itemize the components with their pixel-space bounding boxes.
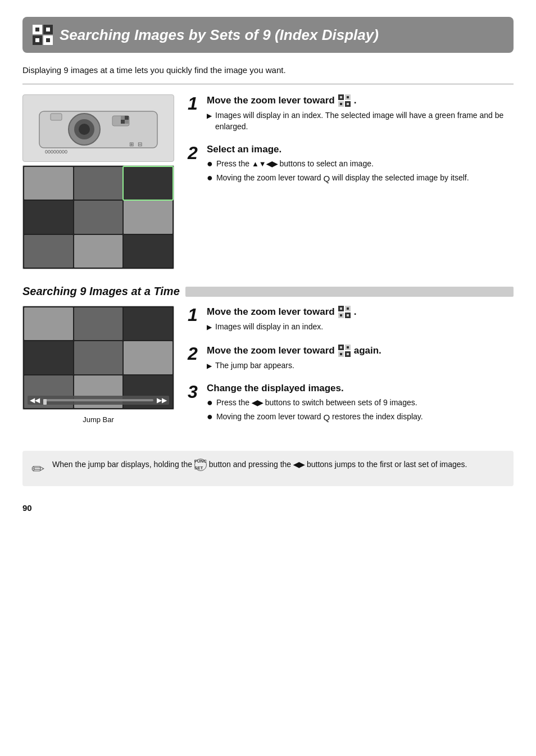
svg-rect-36 (347, 314, 349, 316)
svg-rect-44 (347, 353, 349, 355)
svg-rect-25 (340, 96, 342, 98)
index-grid-image (22, 165, 174, 269)
svg-rect-33 (340, 307, 342, 310)
section2-step2: 2 Move the zoom lever toward again. (188, 345, 514, 374)
s2-step2-number: 2 (188, 345, 201, 374)
jb-cell-2 (74, 307, 123, 340)
step2-bullet1-text: Press the ▲▼◀▶ buttons to select an imag… (216, 159, 374, 170)
svg-rect-18 (125, 120, 129, 124)
s2-step1-title-text: Move the zoom lever toward (207, 306, 335, 318)
svg-rect-35 (340, 314, 342, 316)
step2-content: Select an image. ● Press the ▲▼◀▶ button… (207, 144, 469, 187)
s2-step2-bullet1-text: The jump bar appears. (215, 360, 294, 372)
section1-step2: 2 Select an image. ● Press the ▲▼◀▶ butt… (188, 144, 514, 187)
svg-rect-26 (347, 96, 349, 98)
svg-rect-34 (347, 307, 349, 310)
arrow-keys-icon: ▲▼◀▶ (252, 159, 278, 169)
jb-cell-1 (24, 307, 73, 340)
jump-bar-image: ◀◀ ▶▶ (22, 306, 174, 410)
s2-step1-title: Move the zoom lever toward . (207, 306, 356, 318)
grid-cell-7 (24, 235, 73, 268)
step2-title-text: Select an image. (207, 144, 281, 155)
jump-bar-overlay: ◀◀ ▶▶ (28, 396, 169, 405)
svg-rect-13 (51, 114, 62, 120)
grid-cell-6 (124, 201, 172, 233)
svg-rect-7 (46, 38, 50, 42)
s2-step1-content: Move the zoom lever toward . (207, 306, 356, 336)
camera-image: 00000000 ⊞ ⊟ (22, 94, 174, 162)
note-pencil-icon: ✏ (31, 460, 44, 478)
s2-step1-bullets: ▶ Images will display in an index. (207, 322, 356, 333)
svg-rect-42 (347, 346, 349, 348)
jump-bar-caption: Jump Bar (22, 415, 174, 424)
step2-bullets: ● Press the ▲▼◀▶ buttons to select an im… (207, 159, 469, 184)
s2-step2-title: Move the zoom lever toward again. (207, 345, 381, 357)
s2-step2-bullets: ▶ The jump bar appears. (207, 360, 381, 372)
svg-text:⊞: ⊞ (129, 141, 134, 147)
step1-bullets: ▶ Images will display in an index. The s… (207, 110, 514, 132)
s2-circle-icon-2: ● (207, 411, 213, 423)
page-header: Searching Images by Sets of 9 (Index Dis… (22, 17, 514, 53)
jb-cell-6 (124, 341, 172, 374)
step2-bullet2: ● Moving the zoom lever toward Q will di… (207, 173, 469, 184)
s2-step3-bullet2: ● Moving the zoom lever toward Q restore… (207, 411, 423, 423)
note-box: ✏ When the jump bar displays, holding th… (22, 451, 514, 486)
grid-cell-5 (74, 201, 123, 233)
jb-cell-5 (74, 341, 123, 374)
s2-step3-content: Change the displayed images. ● Press the… (207, 383, 423, 426)
svg-rect-43 (340, 353, 342, 355)
jump-left-arrow: ◀◀ (30, 396, 40, 404)
grid-cell-4 (24, 201, 73, 233)
step1-bullet1-text: Images will display in an index. The sel… (215, 110, 514, 132)
step1-number: 1 (188, 94, 201, 135)
jb-cell-3 (124, 307, 172, 340)
intro-paragraph: Displaying 9 images at a time lets you q… (22, 65, 514, 75)
s2-step3-bullet1-text: Press the ◀▶ buttons to switch between s… (216, 397, 417, 409)
circle-icon-2: ● (207, 173, 213, 184)
zoom-q-icon: Q (324, 173, 330, 184)
step2-bullet2-text: Moving the zoom lever toward Q will disp… (216, 173, 469, 184)
step1-title-text: Move the zoom lever toward (207, 95, 335, 106)
svg-text:00000000: 00000000 (45, 149, 67, 155)
grid-cell-1 (24, 167, 73, 200)
svg-rect-17 (121, 120, 125, 124)
triangle-icon: ▶ (207, 111, 212, 132)
s2-step1-bullet1-text: Images will display in an index. (215, 322, 323, 333)
s2-step3-bullet1: ● Press the ◀▶ buttons to switch between… (207, 397, 423, 409)
step2-title: Select an image. (207, 144, 469, 155)
step1-index-icon (338, 94, 351, 107)
step2-bullet1: ● Press the ▲▼◀▶ buttons to select an im… (207, 159, 469, 170)
s2-step2-title-text: Move the zoom lever toward (207, 345, 335, 356)
s2-step1-bullet1: ▶ Images will display in an index. (207, 322, 356, 333)
s2-circle-icon-1: ● (207, 397, 213, 409)
svg-rect-6 (35, 38, 39, 42)
page-number: 90 (22, 503, 514, 513)
svg-point-11 (79, 124, 90, 135)
jb-cell-4 (24, 341, 73, 374)
s2-zoom-q-icon: Q (324, 411, 330, 423)
s2-step2-content: Move the zoom lever toward again. (207, 345, 381, 374)
s2-step3-title-text: Change the displayed images. (207, 383, 344, 394)
grid-cell-3-highlight (124, 167, 172, 200)
step1-content: Move the zoom lever toward . (207, 94, 514, 135)
s2-triangle-icon-1: ▶ (207, 323, 212, 333)
s2-step2-again: again. (354, 345, 381, 356)
s2-step1-number: 1 (188, 306, 201, 336)
svg-rect-5 (46, 28, 50, 31)
section2-step3: 3 Change the displayed images. ● Press t… (188, 383, 514, 426)
jump-bar-track (43, 399, 153, 401)
note-lr-arrows: ◀▶ (293, 459, 305, 470)
grid-cell-8 (74, 235, 123, 268)
svg-rect-15 (121, 116, 125, 120)
section-divider (22, 84, 514, 84)
svg-rect-16 (125, 116, 129, 120)
s2-step3-title: Change the displayed images. (207, 383, 423, 394)
step2-number: 2 (188, 144, 201, 187)
step1-title: Move the zoom lever toward . (207, 94, 514, 107)
s2-step3-bullets: ● Press the ◀▶ buttons to switch between… (207, 397, 423, 423)
grid-cell-9 (124, 235, 172, 268)
s2-step2-bullet1: ▶ The jump bar appears. (207, 360, 381, 372)
jump-right-arrow: ▶▶ (157, 396, 167, 404)
s2-step2-index-icon (338, 345, 351, 357)
section2-steps: 1 Move the zoom lever toward . (188, 306, 514, 435)
